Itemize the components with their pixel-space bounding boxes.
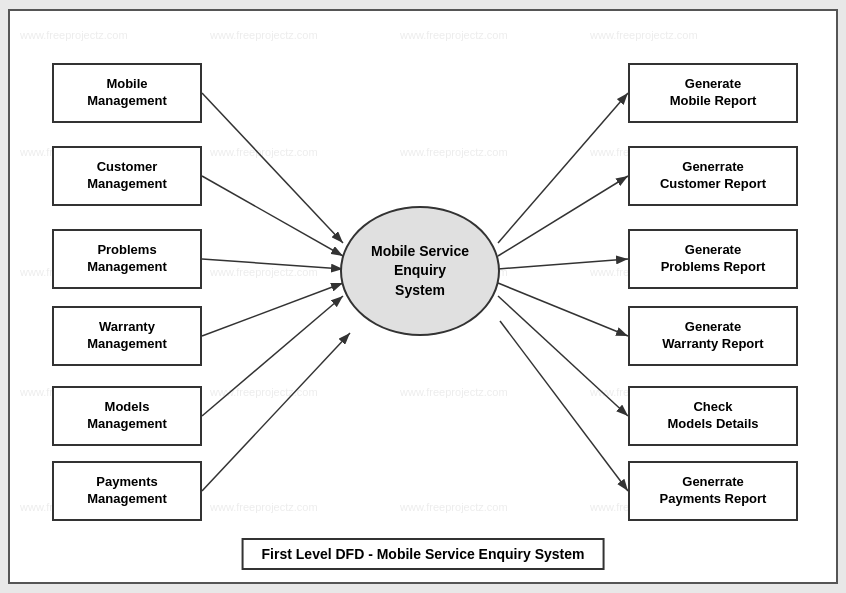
- svg-line-5: [202, 283, 343, 336]
- models-management-box: Models Management: [52, 386, 202, 446]
- svg-line-7: [202, 333, 350, 491]
- center-system-ellipse: Mobile Service Enquiry System: [340, 206, 500, 336]
- check-models-details-box: Check Models Details: [628, 386, 798, 446]
- mobile-management-box: Mobile Management: [52, 63, 202, 123]
- svg-line-11: [498, 283, 628, 336]
- svg-line-9: [498, 176, 628, 256]
- svg-line-8: [498, 93, 628, 243]
- svg-line-10: [498, 259, 628, 269]
- generate-customer-report-box: Generrate Customer Report: [628, 146, 798, 206]
- problems-management-box: Problems Management: [52, 229, 202, 289]
- warranty-management-box: Warranty Management: [52, 306, 202, 366]
- generate-problems-report-box: Generate Problems Report: [628, 229, 798, 289]
- generate-warranty-report-box: Generate Warranty Report: [628, 306, 798, 366]
- main-container: www.freeprojectz.com www.freeprojectz.co…: [8, 9, 838, 584]
- diagram-caption: First Level DFD - Mobile Service Enquiry…: [242, 538, 605, 570]
- svg-line-3: [202, 176, 343, 256]
- svg-line-2: [202, 93, 343, 243]
- generate-payments-report-box: Generrate Payments Report: [628, 461, 798, 521]
- customer-management-box: Customer Management: [52, 146, 202, 206]
- svg-line-6: [202, 296, 343, 416]
- generate-mobile-report-box: Generate Mobile Report: [628, 63, 798, 123]
- svg-line-4: [202, 259, 343, 269]
- svg-line-13: [500, 321, 628, 491]
- svg-line-12: [498, 296, 628, 416]
- diagram-area: Mobile Management Customer Management Pr…: [10, 11, 836, 582]
- payments-management-box: Payments Management: [52, 461, 202, 521]
